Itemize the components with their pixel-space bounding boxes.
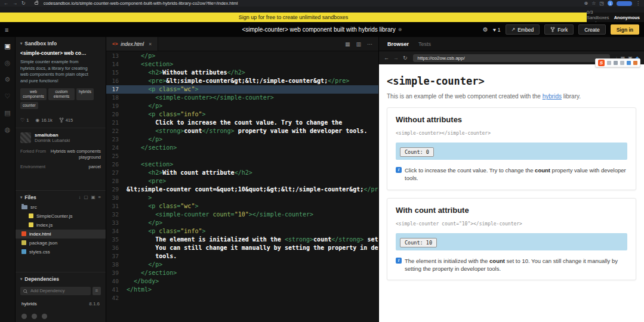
line-number[interactable]: 13 [106,52,127,60]
dependency-row[interactable]: hybrids8.1.6 [16,299,106,309]
author-username[interactable]: smalluban [35,132,70,138]
live-session-icon[interactable]: ♡ [5,93,11,100]
line-number[interactable]: 20 [106,110,127,119]
file-row-index.js[interactable]: index.js [16,221,106,230]
fork-button[interactable]: Fork [544,24,574,35]
line-number[interactable]: 29 [106,185,127,194]
sandbox-tag[interactable]: hybrids [76,88,94,100]
line-number[interactable]: 22 [106,127,127,135]
new-file-icon[interactable]: ▢ [84,194,88,200]
line-number[interactable]: 38 [106,261,127,269]
line-number[interactable]: 28 [106,177,127,185]
line-number[interactable]: 40 [106,277,127,286]
code-line[interactable]: 32 <simple-counter count="10"></simple-c… [106,210,378,219]
tab-index-html[interactable]: <> index.html × [106,37,158,51]
file-row-styles.css[interactable]: styles.css [16,247,106,256]
address-bar[interactable]: codesandbox.io/s/simple-counter-web-comp… [44,1,580,6]
upload-icon[interactable]: ↓ [79,194,81,200]
line-number[interactable]: 41 [106,286,127,294]
ime-skin-icon[interactable] [633,61,637,65]
sandbox-tag[interactable]: custom elements [48,88,75,100]
create-button[interactable]: Create [578,24,606,35]
code-line[interactable]: 33 </p> [106,219,378,227]
sogou-ime-toolbar[interactable]: S [595,58,640,67]
more-actions-icon[interactable]: ⋯ [367,41,372,47]
code-line[interactable]: 24 </section> [106,144,378,152]
layout-icon[interactable]: ▥ [356,41,361,47]
line-number[interactable]: 25 [106,152,127,160]
file-row-src[interactable]: src [16,203,106,212]
count-button[interactable]: Count: 0 [400,147,434,157]
line-number[interactable]: 26 [106,160,127,169]
author-row[interactable]: smalluban Dominik Lubański [16,128,106,147]
count-button[interactable]: Count: 10 [400,238,437,247]
signup-banner-message[interactable]: Sign up for free to create unlimited san… [0,13,587,22]
file-row-package.json[interactable]: package.json [16,239,106,247]
ime-keyboard-icon[interactable] [614,61,618,65]
code-line[interactable]: 19 </p> [106,102,378,110]
preview-tab-browser[interactable]: Browser [387,41,409,47]
close-tab-icon[interactable]: × [149,41,152,47]
file-menu-icon[interactable]: ≡ [98,194,101,200]
embed-button[interactable]: ↗ Embed [506,24,540,35]
code-line[interactable]: 30 > [106,194,378,202]
add-dependency-input[interactable] [29,287,88,294]
bookmark-star-icon[interactable]: ☆ [591,1,596,6]
preview-back-icon[interactable]: ← [384,55,389,61]
browser-reload-icon[interactable]: ↻ [21,1,26,6]
line-number[interactable]: 31 [106,202,127,210]
code-line[interactable]: 31 <p class="wc"> [106,202,378,210]
split-editor-icon[interactable]: ▦ [345,41,350,47]
line-number[interactable]: 35 [106,236,127,244]
code-line[interactable]: 42 [106,294,378,302]
line-number[interactable]: 33 [106,219,127,227]
line-number[interactable]: 19 [106,102,127,110]
browser-forward-icon[interactable]: → [13,1,17,6]
sogou-ime-logo-icon[interactable]: S [598,60,605,66]
new-folder-icon[interactable]: ▣ [91,194,95,200]
github-icon[interactable] [32,314,37,319]
preferences-gear-icon[interactable]: ⚙ [483,26,488,33]
code-line[interactable]: 36 You can still change it manually by s… [106,244,378,252]
code-line[interactable]: 39 </section> [106,269,378,277]
hybrids-link[interactable]: hybrids [543,93,562,100]
theme-editor-icon[interactable]: ▤ [4,110,10,116]
code-line[interactable]: 16 <pre>&lt;simple-counter&gt;&lt;/simpl… [106,77,378,85]
code-line[interactable]: 15 <h2>Without attributes</h2> [106,69,378,77]
code-line[interactable]: 18 <simple-counter></simple-counter> [106,94,378,102]
ime-punctuation-icon[interactable] [620,61,624,65]
code-line[interactable]: 41</html> [106,286,378,294]
line-number[interactable]: 21 [106,119,127,127]
line-number[interactable]: 34 [106,227,127,236]
code-line[interactable]: 14 <section> [106,60,378,69]
line-number[interactable]: 23 [106,135,127,144]
collaborators-icon[interactable]: ◍ [5,126,11,133]
share-icon[interactable]: ⊕ [584,1,588,6]
sandbox-tag[interactable]: counter [20,102,38,109]
twitter-icon[interactable] [21,314,27,319]
code-line[interactable]: 38 </p> [106,261,378,269]
author-avatar[interactable] [20,132,31,143]
line-number[interactable]: 36 [106,244,127,252]
codesandbox-logo-icon[interactable]: ▣ [4,43,10,49]
line-number[interactable]: 42 [106,294,127,302]
ime-toolbox-icon[interactable] [627,61,631,65]
code-line[interactable]: 20 <p class="info"> [106,110,378,119]
extension-badge[interactable]: 1 [608,1,613,6]
code-line[interactable]: 34 <p class="info"> [106,227,378,236]
settings-gear-icon[interactable]: ⚙ [5,76,11,83]
line-number[interactable]: 24 [106,144,127,152]
like-button[interactable]: ♥ 1 [493,27,501,33]
line-number[interactable]: 14 [106,60,127,69]
code-area[interactable]: 13 </p>14 <section>15 <h2>Without attrib… [106,51,378,322]
line-number[interactable]: 30 [106,194,127,202]
ime-mode-icon[interactable] [607,61,611,65]
line-number[interactable]: 17 [106,85,127,94]
sandbox-info-header[interactable]: ▾ Sandbox Info [16,37,106,49]
code-line[interactable]: 27 <h2>With count attribute</h2> [106,169,378,177]
dependencies-header[interactable]: ▾ Dependencies [16,272,106,284]
line-number[interactable]: 37 [106,252,127,261]
sign-in-button[interactable]: Sign in [611,24,639,35]
menu-hamburger-icon[interactable]: ≡ [5,26,8,33]
code-line[interactable]: 13 </p> [106,52,378,60]
